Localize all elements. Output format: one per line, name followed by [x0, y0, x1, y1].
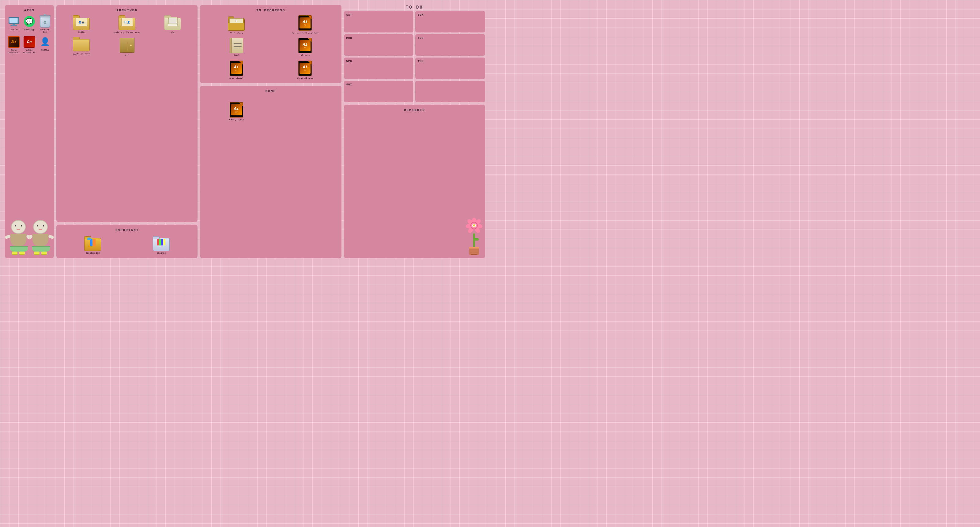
- folder-accounting-label: خصیصانی تجروو: [73, 52, 90, 55]
- file-new-ai-khordad[interactable]: Ai AI جدید AI خرداد: [272, 60, 338, 79]
- folder-print-label: چاپ: [170, 31, 175, 34]
- in-progress-title: IN PROGRESS: [204, 9, 337, 12]
- reminder-panel: REMINDER 😊: [344, 105, 485, 258]
- character-left: [10, 220, 27, 255]
- folder-graphic-label: graphic: [157, 252, 166, 255]
- todo-title: TO DO: [344, 5, 485, 10]
- important-panel: IMPORTANT desktop-inn: [56, 225, 197, 258]
- flower-decoration: 😊: [466, 217, 482, 255]
- recycle-bin-icon[interactable]: ♻ Recycle Bin: [38, 15, 51, 33]
- done-files-grid: Ai AI دیجیتال HOPE: [204, 102, 337, 121]
- folder-desktop-inn-label: desktop-inn: [86, 252, 100, 255]
- right-column: TO DO SAT SUN MON TUE WED THU FRI: [344, 5, 485, 258]
- adobe-acrobat-label: Adobe Acrobat DC: [23, 49, 36, 54]
- archived-title: ARCHIVED: [60, 9, 194, 12]
- todo-thu[interactable]: THU: [415, 57, 485, 79]
- adobe-illustrator-label: Adobe Illustra...: [7, 49, 21, 56]
- folder-desktop-inn[interactable]: desktop-inn: [60, 235, 126, 255]
- in-progress-panel: IN PROGRESS 📋 ریپار ۱۴۰۲ Ai AI: [200, 5, 341, 83]
- file-new-ai-1-label: جدیدترین جدیدترین بیا: [291, 32, 318, 34]
- rskala-label: RSKALA: [41, 49, 49, 51]
- todo-tue[interactable]: TUE: [415, 34, 485, 56]
- file-hope-digital[interactable]: Ai AI دیجیتال HOPE: [229, 102, 244, 121]
- adobe-acrobat-icon[interactable]: Dc Adobe Acrobat DC: [23, 36, 36, 56]
- archived-folders-grid: 👤📸 lilia 📄👤 جدید جورنال و دانلون: [60, 15, 194, 56]
- todo-sun[interactable]: SUN: [415, 11, 485, 32]
- apps-title: APPS: [7, 9, 51, 12]
- folder-lilia[interactable]: 👤📸 lilia: [60, 15, 103, 34]
- file-sticker-new[interactable]: Ai AI استیکر جدید: [204, 60, 269, 79]
- whatsapp-label: WhatsApp: [24, 29, 35, 31]
- important-title: IMPORTANT: [60, 228, 194, 232]
- character-right: [32, 220, 49, 255]
- reminder-title: REMINDER: [348, 108, 481, 112]
- file-1402-label: 1402: [234, 54, 239, 57]
- todo-extra[interactable]: [415, 81, 485, 102]
- rskala-icon[interactable]: 👤 RSKALA: [38, 36, 51, 56]
- folder-lilia-label: lilia: [78, 31, 84, 34]
- done-title: DONE: [204, 89, 337, 93]
- todo-sat-label: SAT: [346, 13, 411, 16]
- file-hope-label: دیجیتال HOPE: [229, 118, 244, 121]
- todo-fri-label: FRI: [346, 83, 411, 86]
- folder-print[interactable]: چاپ: [151, 15, 194, 34]
- this-pc-icon[interactable]: This PC: [7, 15, 21, 33]
- todo-wed[interactable]: WED: [344, 57, 414, 79]
- done-panel: DONE Ai AI دیجیتال HOPE: [200, 86, 341, 258]
- todo-sun-label: SUN: [418, 13, 483, 16]
- folder-graphic[interactable]: graphic: [129, 235, 194, 255]
- todo-fri[interactable]: FRI: [344, 81, 414, 102]
- in-progress-files-grid: 📋 ریپار ۱۴۰۲ Ai AI جدیدترین جدیدترین بیا: [204, 15, 337, 79]
- file-new-ai-2-label: جدید AI: [301, 54, 310, 57]
- in-progress-column: IN PROGRESS 📋 ریپار ۱۴۰۲ Ai AI: [200, 5, 341, 258]
- file-report-1402[interactable]: 📋 ریپار ۱۴۰۲: [204, 15, 269, 34]
- apps-panel: APPS This PC 💬 WhatsApp: [5, 5, 54, 258]
- important-folders-grid: desktop-inn graphic: [60, 235, 194, 255]
- todo-thu-label: THU: [418, 60, 483, 63]
- folder-tup[interactable]: تیر: [106, 37, 148, 56]
- folder-tup-label: تیر: [125, 54, 129, 56]
- todo-sat[interactable]: SAT: [344, 11, 414, 32]
- todo-mon-label: MON: [346, 37, 411, 40]
- todo-tue-label: TUE: [418, 37, 483, 40]
- folder-journal-label: جدید جورنال و دانلون: [114, 31, 140, 34]
- todo-wed-label: WED: [346, 60, 411, 63]
- apps-icons-grid: This PC 💬 WhatsApp ♻ Recycle Bin: [7, 15, 51, 56]
- folder-accounting[interactable]: خصیصانی تجروو: [60, 37, 103, 56]
- file-sticker-label: استیکر جدید: [229, 77, 243, 79]
- recycle-bin-label: Recycle Bin: [38, 29, 51, 33]
- folder-new-journal[interactable]: 📄👤 جدید جورنال و دانلون: [106, 15, 148, 34]
- file-1402[interactable]: 1402: [204, 38, 269, 57]
- file-report-1402-label: ریپار ۱۴۰۲: [230, 32, 243, 34]
- todo-grid: SAT SUN MON TUE WED THU FRI: [344, 11, 485, 102]
- this-pc-label: This PC: [10, 29, 18, 31]
- mid-column: ARCHIVED 👤📸 lilia �: [56, 5, 197, 258]
- file-new-ai-2[interactable]: Ai AI جدید AI: [272, 38, 338, 57]
- adobe-illustrator-icon[interactable]: Ai Adobe Illustra...: [7, 36, 21, 56]
- todo-mon[interactable]: MON: [344, 34, 414, 56]
- whatsapp-icon[interactable]: 💬 WhatsApp: [23, 15, 36, 33]
- file-khordad-label: جدید AI خرداد: [297, 77, 313, 79]
- archived-panel: ARCHIVED 👤📸 lilia �: [56, 5, 197, 222]
- todo-section: TO DO SAT SUN MON TUE WED THU FRI: [344, 5, 485, 102]
- file-new-ai-1[interactable]: Ai AI جدیدترین جدیدترین بیا: [272, 15, 338, 34]
